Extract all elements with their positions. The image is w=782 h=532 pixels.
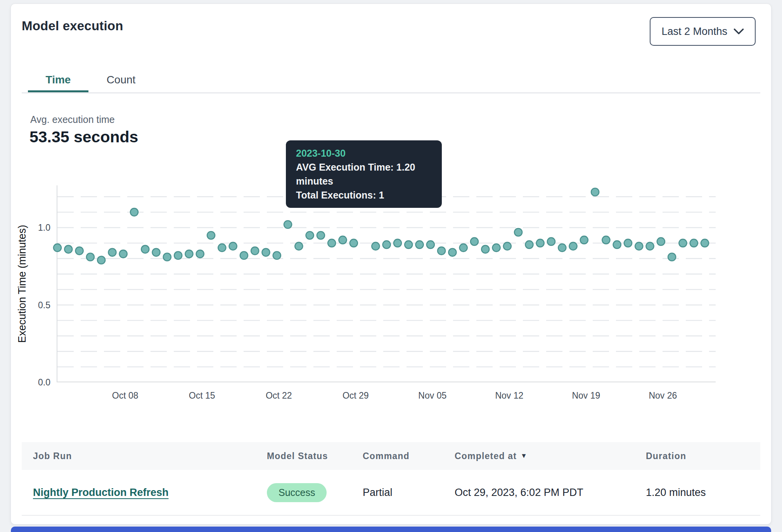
data-point[interactable]: [328, 239, 336, 247]
data-point[interactable]: [207, 231, 215, 239]
tooltip-avg-execution-time: AVG Execution Time: 1.20 minutes: [296, 160, 432, 188]
data-point[interactable]: [701, 239, 709, 247]
x-tick-label: Nov 26: [649, 390, 677, 401]
x-tick-label: Oct 29: [343, 390, 369, 401]
sort-desc-icon[interactable]: ▼: [521, 452, 528, 460]
data-point[interactable]: [87, 253, 94, 261]
avg-execution-time-label: Avg. execution time: [30, 114, 115, 125]
data-point[interactable]: [558, 244, 566, 252]
data-point[interactable]: [481, 245, 489, 253]
cell-job_run: Nightly Production Refresh: [33, 487, 267, 499]
data-point[interactable]: [525, 241, 533, 249]
data-point[interactable]: [383, 241, 391, 249]
column-header-label: Completed at: [455, 451, 517, 461]
data-point[interactable]: [339, 236, 346, 244]
data-point[interactable]: [405, 241, 412, 249]
y-tick-label: 0.0: [38, 377, 50, 387]
y-tick-label: 1.0: [38, 223, 50, 233]
column-header-label: Model Status: [267, 451, 328, 461]
data-point[interactable]: [514, 228, 522, 236]
data-point[interactable]: [503, 242, 511, 250]
job-run-link[interactable]: Nightly Production Refresh: [33, 487, 169, 498]
x-tick-label: Nov 05: [418, 390, 446, 401]
data-point[interactable]: [273, 252, 281, 259]
data-point[interactable]: [427, 241, 434, 249]
data-point[interactable]: [218, 244, 226, 252]
data-point[interactable]: [416, 241, 424, 249]
column-header-completed_at[interactable]: Completed at▼: [455, 451, 646, 461]
column-header-job_run: Job Run: [33, 451, 267, 461]
data-point[interactable]: [262, 249, 270, 256]
column-header-duration: Duration: [646, 451, 760, 461]
data-point[interactable]: [251, 247, 259, 255]
data-point[interactable]: [460, 244, 467, 252]
data-point[interactable]: [295, 242, 303, 250]
data-point[interactable]: [438, 247, 445, 255]
x-tick-label: Oct 08: [112, 390, 138, 401]
cell-duration: 1.20 minutes: [646, 487, 760, 499]
data-point[interactable]: [690, 239, 698, 247]
data-point[interactable]: [108, 249, 116, 256]
data-point[interactable]: [679, 239, 687, 247]
data-point[interactable]: [229, 242, 237, 250]
data-point[interactable]: [394, 239, 401, 247]
data-point[interactable]: [185, 250, 193, 258]
data-point[interactable]: [635, 242, 643, 250]
cell-command: Partial: [363, 487, 455, 499]
data-point[interactable]: [591, 188, 599, 196]
data-point[interactable]: [471, 238, 478, 245]
data-point[interactable]: [547, 238, 555, 245]
data-point[interactable]: [613, 241, 621, 249]
next-section-top-edge: [11, 527, 771, 532]
tabs-divider: [22, 92, 760, 93]
data-point[interactable]: [569, 242, 577, 250]
column-header-model_status: Model Status: [267, 451, 363, 461]
data-point[interactable]: [306, 231, 314, 239]
data-point[interactable]: [97, 256, 105, 264]
data-point[interactable]: [76, 247, 83, 255]
data-point[interactable]: [657, 238, 665, 245]
data-point[interactable]: [536, 239, 544, 247]
data-point[interactable]: [624, 239, 632, 247]
tooltip-date: 2023-10-30: [296, 146, 432, 160]
data-point[interactable]: [646, 242, 654, 250]
cell-completed_at: Oct 29, 2023, 6:02 PM PDT: [455, 487, 646, 499]
scatter-plot: 0.00.51.0Oct 08Oct 15Oct 22Oct 29Nov 05N…: [57, 185, 716, 382]
status-badge: Success: [267, 483, 327, 502]
column-header-command: Command: [363, 451, 455, 461]
date-range-selector[interactable]: Last 2 Months: [650, 17, 756, 46]
avg-execution-time-value: 53.35 seconds: [29, 128, 138, 146]
column-header-label: Duration: [646, 451, 686, 461]
data-point[interactable]: [240, 252, 248, 259]
data-point[interactable]: [580, 236, 588, 244]
table-header-row: Job RunModel StatusCommandCompleted at▼D…: [22, 442, 760, 470]
data-point[interactable]: [196, 250, 204, 258]
x-tick-label: Nov 19: [572, 390, 600, 401]
data-point[interactable]: [317, 231, 325, 239]
data-point[interactable]: [284, 221, 292, 228]
x-tick-label: Nov 12: [495, 390, 523, 401]
data-point[interactable]: [602, 236, 610, 244]
data-point[interactable]: [163, 253, 171, 261]
execution-time-chart: 0.00.51.0Oct 08Oct 15Oct 22Oct 29Nov 05N…: [57, 185, 716, 382]
chevron-down-icon: [734, 28, 744, 35]
data-point[interactable]: [64, 245, 72, 253]
data-point[interactable]: [141, 245, 149, 253]
column-header-label: Job Run: [33, 451, 72, 461]
data-point[interactable]: [448, 249, 456, 256]
tab-count[interactable]: Count: [91, 69, 151, 91]
data-point[interactable]: [372, 242, 379, 250]
tooltip-total-executions: Total Executions: 1: [296, 188, 432, 202]
chart-tooltip: 2023-10-30 AVG Execution Time: 1.20 minu…: [286, 140, 442, 208]
data-point[interactable]: [54, 244, 61, 252]
tab-time[interactable]: Time: [28, 69, 88, 91]
data-point[interactable]: [350, 239, 358, 247]
data-point[interactable]: [119, 250, 127, 258]
data-point[interactable]: [152, 249, 160, 256]
x-tick-label: Oct 15: [189, 390, 215, 401]
y-axis-title: Execution Time (minutes): [16, 185, 29, 382]
data-point[interactable]: [668, 253, 676, 261]
data-point[interactable]: [130, 208, 138, 216]
data-point[interactable]: [493, 244, 500, 252]
data-point[interactable]: [174, 252, 182, 259]
